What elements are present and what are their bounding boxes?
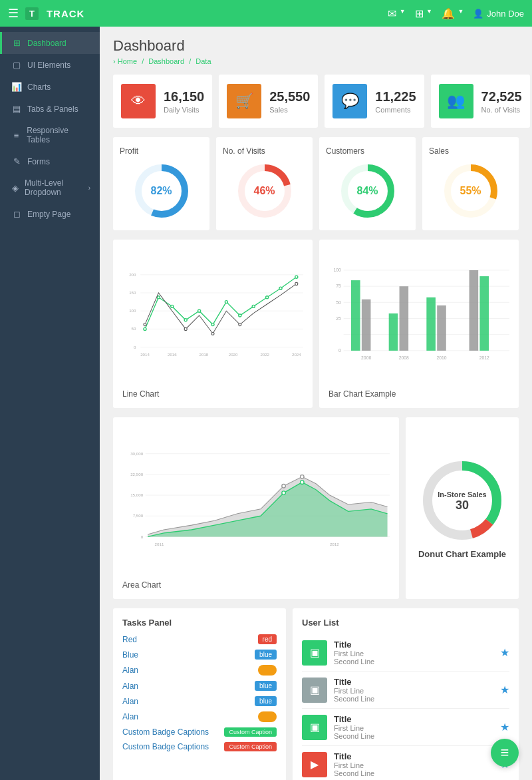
svg-text:2011: 2011 [155, 542, 164, 546]
sidebar-item-dashboard[interactable]: ⊞ Dashboard [0, 32, 100, 54]
sidebar-item-label: Charts [27, 83, 51, 92]
svg-text:2024: 2024 [292, 352, 301, 357]
svg-text:0: 0 [338, 348, 341, 353]
user-menu[interactable]: 👤 John Doe [473, 9, 524, 19]
user-name-2: Title [334, 714, 493, 724]
svg-point-27 [184, 319, 187, 321]
svg-rect-61 [437, 305, 446, 351]
sidebar-item-charts[interactable]: 📊 Charts [0, 76, 100, 98]
donut-title-customers: Customers [326, 146, 364, 156]
task-item: Red red [122, 634, 277, 644]
breadcrumb-home[interactable]: › Home [113, 57, 137, 65]
sidebar-item-label: Empty Page [27, 210, 70, 219]
grid-icon[interactable]: ⊞ ▼ [415, 7, 432, 20]
svg-text:2016: 2016 [168, 352, 177, 357]
svg-text:75: 75 [336, 284, 341, 288]
page-title: Dashboard [113, 37, 519, 55]
task-item: Alan blue [122, 681, 277, 691]
donut-side-subtitle: Donut Chart Example [418, 549, 506, 559]
svg-text:2006: 2006 [361, 355, 371, 360]
menu-toggle[interactable]: ☰ [8, 6, 19, 21]
svg-point-81 [301, 475, 305, 479]
bottom-row: Tasks Panel Red red Blue blue Alan Alan … [113, 608, 519, 780]
donut-value-customers: 84% [356, 185, 378, 197]
dashboard-icon: ⊞ [11, 38, 22, 48]
donut-card-customers: Customers 84% [319, 137, 416, 230]
user-name-1: Title [334, 677, 493, 687]
svg-text:0: 0 [134, 345, 136, 349]
task-badge: blue [255, 681, 277, 691]
dropdown-icon: ◈ [11, 183, 19, 193]
user-list-title: User List [302, 618, 509, 628]
brand-icon: T [25, 7, 39, 20]
sidebar-item-dropdown[interactable]: ◈ Multi-Level Dropdown › [0, 172, 100, 203]
novisits-icon: 👥 [439, 84, 473, 118]
stat-card-novisits: 👥 72,525 No. of Visits [431, 75, 530, 128]
stat-card-comments: 💬 11,225 Comments [325, 75, 424, 128]
user-line2-2: Second Line [334, 732, 493, 740]
sidebar: ⊞ Dashboard ▢ UI Elements 📊 Charts ▤ Tab… [0, 27, 100, 780]
svg-point-32 [252, 305, 255, 307]
stat-value-sales: 25,550 [269, 89, 310, 104]
svg-rect-58 [389, 313, 398, 351]
visits-icon: 👁 [121, 84, 156, 118]
bell-icon[interactable]: 🔔 ▼ [442, 7, 464, 20]
donut-card-sales: Sales 55% [422, 137, 519, 230]
user-list-panel: User List ▣ Title First Line Second Line… [293, 608, 519, 780]
sidebar-item-tables[interactable]: ≡ Responsive Tables [0, 120, 100, 150]
user-item-2: ▣ Title First Line Second Line ★ [302, 709, 509, 746]
area-row: 30,000 22,500 15,000 7,500 0 2011 2012 [113, 417, 519, 599]
svg-text:100: 100 [129, 308, 136, 313]
breadcrumb-dashboard[interactable]: Dashboard [148, 57, 184, 65]
topnav: ☰ T TRACK ✉ ▼ ⊞ ▼ 🔔 ▼ 👤 John Doe [0, 0, 532, 27]
svg-point-29 [211, 323, 214, 326]
tabs-icon: ▤ [11, 104, 22, 114]
chevron-right-icon: › [88, 184, 90, 192]
user-name: John Doe [487, 9, 524, 19]
star-icon-1[interactable]: ★ [500, 683, 509, 696]
svg-point-37 [184, 327, 187, 330]
sidebar-item-label: Forms [27, 157, 50, 166]
donut-sales: 55% [441, 161, 501, 221]
charts-row: 200 150 100 50 0 2014 2016 2018 2020 202… [113, 240, 519, 408]
stat-cards-row: 👁 16,150 Daily Visits 🛒 25,550 Sales 💬 1… [113, 75, 519, 128]
sidebar-item-label: Tabs & Panels [27, 104, 78, 114]
svg-point-33 [266, 296, 269, 299]
svg-point-79 [301, 481, 305, 485]
svg-text:2018: 2018 [200, 352, 209, 357]
sidebar-item-empty[interactable]: ◻ Empty Page [0, 203, 100, 225]
fab-button[interactable]: ≡ [491, 739, 519, 767]
stat-label-comments: Comments [375, 106, 416, 114]
svg-text:30,000: 30,000 [130, 451, 144, 456]
mail-icon[interactable]: ✉ ▼ [388, 7, 405, 20]
comments-icon: 💬 [332, 84, 367, 118]
svg-point-31 [239, 314, 241, 317]
svg-point-36 [144, 323, 146, 326]
layout: ⊞ Dashboard ▢ UI Elements 📊 Charts ▤ Tab… [0, 27, 532, 780]
svg-rect-59 [400, 286, 409, 351]
sidebar-item-tabs[interactable]: ▤ Tabs & Panels [0, 98, 100, 120]
svg-point-78 [282, 491, 286, 495]
sidebar-item-forms[interactable]: ✎ Forms [0, 150, 100, 172]
breadcrumb-data[interactable]: Data [196, 57, 211, 65]
star-icon-0[interactable]: ★ [500, 646, 509, 659]
svg-rect-60 [426, 297, 436, 351]
task-badge [258, 665, 277, 676]
stat-card-visits: 👁 16,150 Daily Visits [113, 75, 212, 128]
stat-label-novisits: No. of Visits [481, 106, 522, 114]
svg-text:50: 50 [132, 326, 136, 331]
user-item-1: ▣ Title First Line Second Line ★ [302, 672, 509, 709]
sidebar-item-label: Dashboard [27, 39, 66, 48]
task-badge [258, 711, 277, 722]
svg-point-30 [225, 301, 227, 303]
task-item-custom1: Custom Badge Captions Custom Caption [122, 727, 277, 737]
line-chart-title: Line Chart [122, 389, 303, 399]
stat-label-sales: Sales [269, 106, 310, 114]
svg-text:2022: 2022 [260, 352, 269, 357]
task-name: Red [122, 635, 137, 644]
sidebar-item-ui[interactable]: ▢ UI Elements [0, 54, 100, 76]
sidebar-item-label: UI Elements [27, 61, 70, 70]
user-item-3: ▶ Title First Line Second Line ★ [302, 746, 509, 780]
star-icon-2[interactable]: ★ [500, 721, 509, 733]
user-line1-2: First Line [334, 724, 493, 732]
